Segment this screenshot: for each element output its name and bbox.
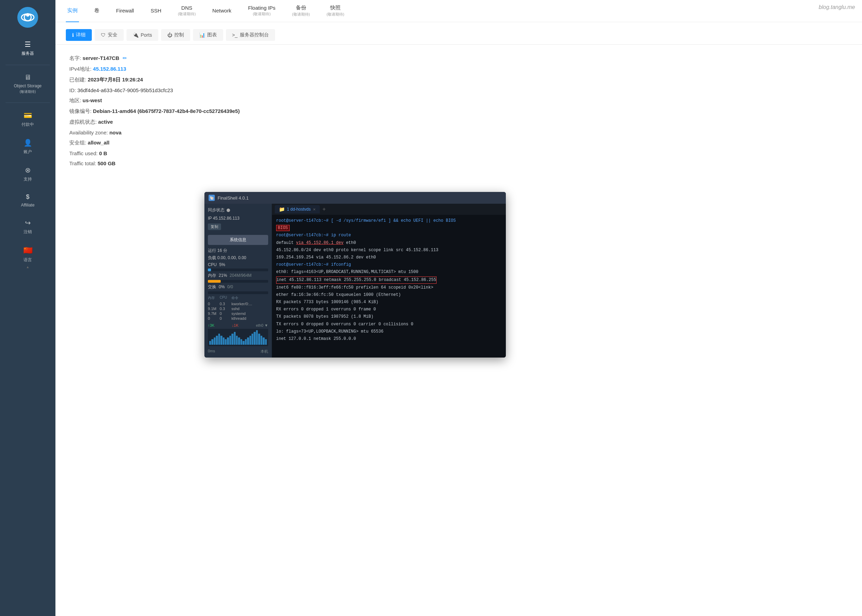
id-label: ID: xyxy=(69,87,76,93)
server-ipv4-value: 45.152.86.113 xyxy=(93,66,126,72)
main-content: 实例 卷 Firewall SSH DNS (敬请期待) Network Flo… xyxy=(55,0,862,616)
tab-details[interactable]: ℹ 详细 xyxy=(66,29,92,41)
finalshell-sysinfo-button[interactable]: 系统信息 xyxy=(208,235,268,245)
tab-security-icon: 🛡 xyxy=(101,32,106,38)
terminal-line: inet 127.0.0.1 netmask 255.0.0.0 xyxy=(276,336,502,342)
chart-bar xyxy=(209,341,211,345)
sidebar-item-affiliate[interactable]: $ Affiliate xyxy=(0,188,55,213)
finalshell-tab-label: 1 dd-hostvds xyxy=(287,207,311,212)
tab-control-icon: ⏻ xyxy=(167,32,172,38)
finalshell-left-panel: 同步状态 IP 45.152.86.113 复制 系统信息 运行 16 分 负载… xyxy=(204,204,272,358)
chart-bar xyxy=(227,338,229,345)
tab-security[interactable]: 🛡 安全 xyxy=(94,29,124,41)
sidebar-item-support[interactable]: ⊗ 支持 xyxy=(0,160,55,188)
server-traffic-total-value: 500 GB xyxy=(98,160,116,166)
server-security-row: 安全组: allow_all xyxy=(69,140,848,146)
nav-item-firewall[interactable]: Firewall xyxy=(115,0,135,22)
tab-console-label: 服务器控制台 xyxy=(240,32,269,38)
terminal-line: RX packets 7733 bytes 1009146 (985.4 KiB… xyxy=(276,299,502,306)
terminal-line: 169.254.169.254 via 45.152.86.2 dev eth0 xyxy=(276,254,502,261)
finalshell-mem-bar-bg xyxy=(208,280,268,283)
terminal-line: inet 45.152.86.113 netmask 255.255.255.0… xyxy=(276,277,502,284)
name-label: 名字: xyxy=(69,55,81,61)
tab-details-icon: ℹ xyxy=(72,32,74,38)
nav-item-network[interactable]: Network xyxy=(211,0,233,22)
tab-charts[interactable]: 📊 图表 xyxy=(193,29,223,41)
chart-bar xyxy=(223,338,225,345)
app-logo[interactable] xyxy=(17,7,38,28)
proc-cpu-1: 0.3 xyxy=(220,306,230,311)
chart-host-label: 本机 xyxy=(261,349,268,354)
finalshell-ip: IP 45.152.86.113 xyxy=(208,216,268,221)
proc-cpu-0: 0.3 xyxy=(220,302,230,306)
finalshell-interface[interactable]: eth0 ▼ xyxy=(256,323,268,327)
finalshell-process-header: 内存 CPU 命令 xyxy=(208,295,268,300)
process-row-3: 0 0 kthreadd xyxy=(208,316,268,321)
terminal-line: BIOS xyxy=(276,225,502,231)
nav-sub-dns: (敬请期待) xyxy=(178,11,196,17)
chart-bar xyxy=(225,339,226,345)
logout-icon: ↪ xyxy=(25,218,31,227)
server-name-value: server-T147CB xyxy=(82,55,119,61)
proc-cmd-header: 命令 xyxy=(231,295,268,300)
finalshell-load: 负载 0.00, 0.00, 0.00 xyxy=(208,255,268,261)
chart-bar xyxy=(218,334,220,345)
chart-bar xyxy=(261,336,262,345)
finalshell-title: FinalShell 4.0.1 xyxy=(218,195,249,201)
sidebar-item-server[interactable]: ☰ 服务器 xyxy=(0,35,55,62)
sidebar-item-object-storage[interactable]: 🖥 Object Storage(敬请期待) xyxy=(0,68,55,100)
finalshell-swap-label: 交换 0% 0/0 xyxy=(208,284,268,290)
nav-item-instance[interactable]: 实例 xyxy=(66,0,79,22)
chart-time-label: 0ms xyxy=(208,349,215,354)
nav-item-dns[interactable]: DNS (敬请期待) xyxy=(177,0,197,22)
finalshell-chart-labels: 0ms 本机 xyxy=(208,349,268,354)
server-az-row: Availability zone: nova xyxy=(69,130,848,135)
finalshell-tab-add[interactable]: + xyxy=(321,206,327,212)
detail-tab-bar: ℹ 详细 🛡 安全 🔌 Ports ⏻ 控制 📊 图表 >_ 服务器控制台 xyxy=(55,22,862,45)
nav-item-volumes[interactable]: 卷 xyxy=(93,0,101,22)
sidebar-item-logout[interactable]: ↪ 注销 xyxy=(0,213,55,240)
tab-console[interactable]: >_ 服务器控制台 xyxy=(226,29,275,41)
finalshell-tab-active[interactable]: 📁 1 dd-hostvds ✕ xyxy=(275,205,320,214)
nav-item-floating-ips[interactable]: Floating IPs (敬请期待) xyxy=(247,0,277,22)
sidebar-label-billing: 付款中 xyxy=(22,122,34,127)
chart-bar xyxy=(251,334,253,345)
terminal-line: root@server-t147cb:~# [ -d /sys/firmware… xyxy=(276,218,502,224)
sidebar-item-account[interactable]: 👤 账户 xyxy=(0,133,55,160)
nav-item-snapshot[interactable]: 快照 (敬请期待) xyxy=(325,0,345,22)
finalshell-swap-bar-bg xyxy=(208,291,268,294)
terminal-line: 45.152.86.0/24 dev eth0 proto kernel sco… xyxy=(276,247,502,254)
finalshell-copy-button[interactable]: 复制 xyxy=(208,223,221,230)
nav-label-volumes: 卷 xyxy=(94,7,99,14)
top-navigation: 实例 卷 Firewall SSH DNS (敬请期待) Network Flo… xyxy=(55,0,862,22)
sidebar-label-support: 支持 xyxy=(24,176,32,182)
proc-mem-2: 9.7M xyxy=(208,311,218,316)
nav-sub-snapshot: (敬请期待) xyxy=(327,12,344,17)
server-created-value: 2023年7月8日 19:26:24 xyxy=(88,77,143,82)
tab-control[interactable]: ⏻ 控制 xyxy=(161,29,190,41)
nav-item-backup[interactable]: 备份 (敬请期待) xyxy=(290,0,311,22)
proc-mem-header: 内存 xyxy=(208,295,218,300)
traffic-used-label: Traffic used: xyxy=(69,150,98,156)
terminal-line: lo: flags=73<UP,LOOPBACK,RUNNING> mtu 65… xyxy=(276,328,502,335)
nav-label-instance: 实例 xyxy=(67,7,78,14)
region-label: 地区: xyxy=(69,97,81,103)
sidebar-item-language[interactable]: 🇨🇳 语言 ▲ xyxy=(0,240,55,274)
sidebar-label-server: 服务器 xyxy=(22,50,34,57)
sidebar-item-billing[interactable]: 💳 付款中 xyxy=(0,106,55,133)
server-traffic-used-row: Traffic used: 0 B xyxy=(69,150,848,156)
sidebar-label-account: 账户 xyxy=(24,149,32,155)
nav-item-ssh[interactable]: SSH xyxy=(149,0,163,22)
sidebar-label-logout: 注销 xyxy=(24,229,32,235)
finalshell-traffic-down: ↓1K xyxy=(232,323,239,327)
server-created-row: 已创建: 2023年7月8日 19:26:24 xyxy=(69,77,848,83)
terminal-line: default via 45.152.86.1 dev eth0 xyxy=(276,240,502,246)
chart-bar xyxy=(229,336,231,345)
chart-bar xyxy=(231,334,233,345)
finalshell-tab-close[interactable]: ✕ xyxy=(313,207,316,211)
server-region-row: 地区: us-west xyxy=(69,97,848,104)
tab-ports[interactable]: 🔌 Ports xyxy=(126,29,159,41)
server-icon: ☰ xyxy=(25,40,31,49)
server-vm-status-row: 虚拟机状态: active xyxy=(69,119,848,126)
edit-name-icon[interactable]: ✏ xyxy=(122,55,127,61)
